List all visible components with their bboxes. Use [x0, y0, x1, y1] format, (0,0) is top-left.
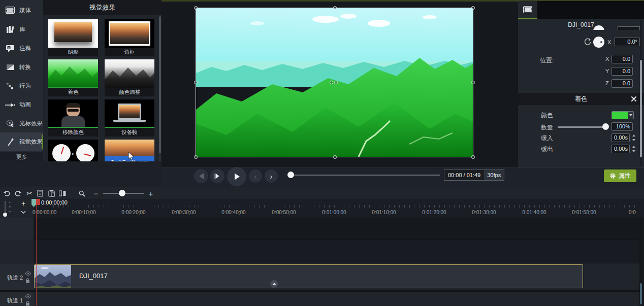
properties-scrollbar[interactable]: [640, 20, 642, 165]
more-label: 更多: [16, 153, 27, 161]
close-colorize-icon[interactable]: [631, 96, 636, 101]
playhead-handle[interactable]: [31, 199, 42, 208]
track1-visibility-toggle[interactable]: [25, 294, 31, 298]
canvas-handle-mid-right[interactable]: [471, 81, 475, 84]
split-cut-button[interactable]: ✂: [24, 187, 35, 199]
track2-visibility-toggle[interactable]: [25, 271, 31, 276]
timeline-left-gutter: +⌖− +: [0, 199, 34, 218]
color-swatch-dropdown[interactable]: [611, 111, 634, 119]
effect-thumb-remove-color-image: [48, 99, 98, 128]
canvas-handle-bottom-right[interactable]: [471, 155, 475, 159]
sidebar-more-button[interactable]: 更多: [0, 152, 43, 161]
effect-thumb-clip-speed[interactable]: ›: [48, 140, 98, 161]
ruler-label: 0:00:40;00: [216, 210, 251, 215]
sidebar-item-media[interactable]: 媒体: [0, 0, 43, 20]
track1-header[interactable]: 轨道 1: [0, 292, 34, 306]
effect-thumb-border[interactable]: 边框: [105, 19, 154, 56]
canvas-handle-center-rotate[interactable]: [334, 81, 338, 84]
media-properties-tab[interactable]: [518, 1, 537, 18]
sidebar-item-label: 视觉效果: [19, 138, 43, 146]
position-y-field[interactable]: 0.0: [611, 67, 633, 76]
canvas-handle-top-left[interactable]: [194, 6, 198, 10]
rotation-value-field[interactable]: 0.0°: [615, 38, 640, 46]
timeline-vertical-scrollbar[interactable]: [639, 218, 642, 306]
collapse-tracks-button[interactable]: [18, 208, 28, 216]
preview-canvas-media[interactable]: [196, 8, 473, 157]
split-button[interactable]: [57, 187, 68, 199]
canvas-handle-center-anchor[interactable]: [330, 81, 333, 84]
timeline-ruler-row[interactable]: +⌖− + 0:00:00;00 0:00:10;00 0:00:20;00 0…: [0, 199, 644, 218]
timeline-clip-dji0017[interactable]: DJI_0017: [34, 264, 583, 288]
play-icon: [233, 173, 241, 181]
next-frame-button[interactable]: [210, 169, 224, 183]
timeline-toolbar: ✂ − +: [0, 187, 644, 199]
track1-lock-toggle[interactable]: [25, 301, 30, 306]
effect-thumb-shadow[interactable]: 阴影: [48, 19, 98, 56]
playhead-line[interactable]: [36, 199, 37, 306]
copy-button[interactable]: [35, 187, 46, 199]
zoom-in-button[interactable]: +: [145, 187, 156, 199]
canvas-handle-top-center[interactable]: [333, 6, 337, 10]
sidebar-item-annotations[interactable]: a 注释: [0, 39, 43, 58]
amount-value-field[interactable]: 100%: [611, 122, 633, 131]
sidebar-item-behaviors[interactable]: 行为: [0, 77, 43, 95]
position-x-field[interactable]: 0.0: [611, 55, 633, 63]
add-track-button[interactable]: +: [18, 199, 28, 208]
eye-icon: [25, 271, 31, 276]
timeline-zoom-button[interactable]: [76, 187, 87, 199]
zoom-slider-thumb[interactable]: [119, 190, 125, 196]
effect-thumb-border-image: [105, 19, 154, 48]
redo-button[interactable]: [13, 187, 24, 199]
mini-zoom-widget[interactable]: +⌖−: [9, 200, 11, 214]
timeline-vertical-scrollbar-thumb[interactable]: [640, 283, 642, 304]
sidebar-item-cursor-effects[interactable]: 光标效果: [0, 114, 43, 132]
next-clip-button[interactable]: ›: [265, 169, 278, 183]
effect-thumb-interactive-hotspot[interactable]: TechSmith.com: [105, 140, 154, 161]
sidebar-item-label: 动画: [19, 101, 31, 109]
effect-thumb-device-frame-image: [105, 99, 154, 128]
properties-button[interactable]: 属性: [604, 169, 636, 182]
rotation-knob-partial[interactable]: [593, 25, 604, 30]
effect-thumb-color-adjustment[interactable]: 颜色调整: [105, 59, 154, 96]
effect-label: 颜色调整: [105, 88, 154, 96]
effect-thumb-device-frame[interactable]: 设备帧: [105, 99, 154, 137]
sidebar-item-library[interactable]: 库: [0, 20, 43, 39]
scrubber-track[interactable]: [287, 175, 440, 176]
canvas-handle-mid-left[interactable]: [194, 81, 198, 84]
copy-icon: [37, 190, 43, 197]
effect-thumb-colorize[interactable]: 着色: [48, 59, 98, 96]
track2-lock-toggle[interactable]: [25, 278, 30, 283]
rotation-knob[interactable]: [593, 37, 604, 48]
effects-scrollbar-thumb[interactable]: [159, 16, 161, 153]
previous-frame-button[interactable]: [194, 169, 208, 183]
ruler-label: 0:01:30;00: [466, 210, 502, 215]
paste-button[interactable]: [46, 187, 57, 199]
track2-header[interactable]: 轨道 2: [0, 263, 34, 290]
undo-button[interactable]: [1, 187, 12, 199]
amount-slider-thumb[interactable]: [602, 123, 609, 130]
filmstrip-icon: [5, 6, 15, 15]
sidebar-item-visual-effects[interactable]: 视觉效果: [0, 132, 43, 151]
amount-slider-track[interactable]: [558, 126, 607, 128]
sidebar-item-animations[interactable]: 动画: [0, 95, 43, 114]
canvas-handle-top-right[interactable]: [471, 6, 475, 10]
zoom-out-button[interactable]: −: [90, 187, 102, 199]
ease-out-field[interactable]: 0.00s: [611, 145, 630, 153]
play-button[interactable]: [227, 167, 246, 186]
properties-scrollbar-thumb[interactable]: [640, 60, 642, 157]
effect-thumb-remove-color[interactable]: 移除颜色: [48, 99, 98, 137]
ease-in-field[interactable]: 0.00s: [611, 133, 630, 142]
effects-scrollbar[interactable]: [159, 15, 161, 161]
canvas-handle-bottom-center[interactable]: [333, 155, 337, 159]
track-height-slider-thumb[interactable]: [3, 213, 7, 217]
position-z-field[interactable]: 0.0: [611, 79, 633, 88]
ruler-label: 0:01:00;00: [316, 210, 352, 215]
ease-out-stepper[interactable]: [631, 145, 636, 153]
scrubber-thumb[interactable]: [287, 172, 294, 178]
rotation-field-partial[interactable]: [618, 26, 640, 30]
ease-in-stepper[interactable]: [631, 133, 636, 142]
previous-clip-button[interactable]: ‹: [249, 169, 262, 183]
canvas-handle-bottom-left[interactable]: [194, 155, 198, 159]
clip-expand-arrow-button[interactable]: [270, 280, 278, 288]
sidebar-item-transitions[interactable]: 转换: [0, 58, 43, 77]
